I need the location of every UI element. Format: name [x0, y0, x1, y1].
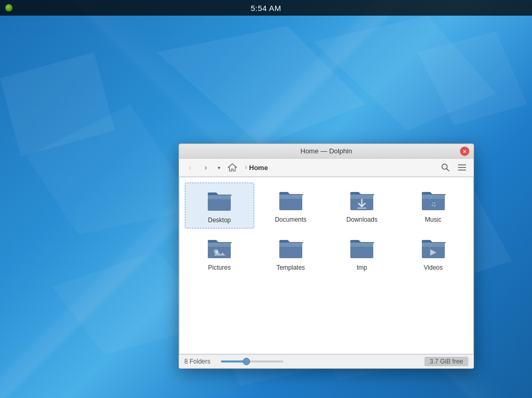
folder-icon-videos — [420, 236, 447, 261]
svg-rect-34 — [422, 243, 445, 247]
folder-icon-downloads — [348, 188, 375, 213]
menu-button[interactable] — [455, 161, 469, 174]
folder-icon-music: ♫ — [420, 188, 447, 213]
free-space-label: 3.7 GiB free — [424, 357, 468, 366]
svg-rect-32 — [350, 243, 373, 247]
svg-rect-19 — [350, 195, 373, 199]
toolbar: ‹ › ▾ › Home — [179, 159, 474, 177]
file-item-music[interactable]: ♫ Music — [399, 183, 468, 228]
home-icon — [228, 163, 237, 172]
folder-icon-desktop — [206, 188, 233, 213]
svg-rect-30 — [279, 243, 302, 247]
file-label: Videos — [424, 264, 443, 271]
file-label: Documents — [275, 216, 306, 223]
file-label: Pictures — [208, 264, 231, 271]
zoom-slider[interactable] — [221, 360, 283, 363]
status-bar: 8 Folders 3.7 GiB free — [179, 354, 474, 368]
svg-rect-15 — [208, 195, 231, 199]
topbar-indicator — [5, 4, 13, 11]
search-icon — [441, 163, 450, 172]
file-item-templates[interactable]: Templates — [256, 231, 326, 275]
window-title: Home — Dolphin — [301, 147, 352, 155]
svg-marker-0 — [157, 26, 365, 146]
file-item-tmp[interactable]: tmp — [327, 231, 397, 275]
file-label: Templates — [276, 264, 305, 271]
file-item-pictures[interactable]: Pictures — [185, 231, 254, 275]
file-item-desktop[interactable]: Desktop — [185, 183, 254, 228]
zoom-slider-area[interactable] — [216, 360, 419, 363]
folder-icon-templates — [277, 236, 304, 261]
desktop: 5:54 AM Home — Dolphin × ‹ › ▾ — [0, 0, 532, 398]
file-item-downloads[interactable]: Downloads — [327, 183, 397, 228]
close-button[interactable]: × — [460, 147, 469, 156]
svg-rect-23 — [422, 195, 445, 199]
folder-count: 8 Folders — [184, 358, 210, 365]
file-label: tmp — [357, 264, 367, 271]
folder-icon-pictures — [206, 236, 233, 261]
breadcrumb-separator: › — [245, 164, 247, 171]
forward-button[interactable]: › — [199, 161, 212, 174]
svg-rect-26 — [208, 243, 231, 247]
file-label: Downloads — [347, 216, 377, 223]
home-button[interactable] — [225, 161, 240, 174]
dolphin-window: Home — Dolphin × ‹ › ▾ › Home — [179, 143, 474, 369]
topbar: 5:54 AM — [0, 0, 532, 16]
file-label: Music — [425, 216, 441, 223]
svg-line-10 — [447, 169, 450, 172]
history-dropdown-button[interactable]: ▾ — [215, 161, 223, 174]
svg-marker-1 — [313, 16, 496, 130]
folder-icon-documents — [277, 188, 304, 213]
svg-rect-17 — [279, 195, 302, 199]
file-item-documents[interactable]: Documents — [256, 183, 326, 228]
svg-marker-8 — [418, 31, 527, 125]
hamburger-icon — [458, 164, 466, 171]
file-item-videos[interactable]: Videos — [399, 231, 468, 275]
back-button[interactable]: ‹ — [183, 161, 197, 174]
file-area: Desktop Documents Downloads — [179, 177, 474, 354]
breadcrumb: › Home — [242, 164, 436, 172]
folder-icon-tmp — [348, 236, 375, 261]
search-button[interactable] — [438, 161, 453, 174]
topbar-time: 5:54 AM — [251, 4, 281, 13]
svg-marker-6 — [0, 52, 115, 156]
svg-text:♫: ♫ — [431, 200, 436, 208]
title-bar: Home — Dolphin × — [179, 144, 474, 159]
breadcrumb-current[interactable]: Home — [249, 164, 268, 172]
toolbar-right — [438, 161, 469, 174]
file-label: Desktop — [208, 216, 231, 224]
svg-marker-2 — [26, 104, 198, 235]
